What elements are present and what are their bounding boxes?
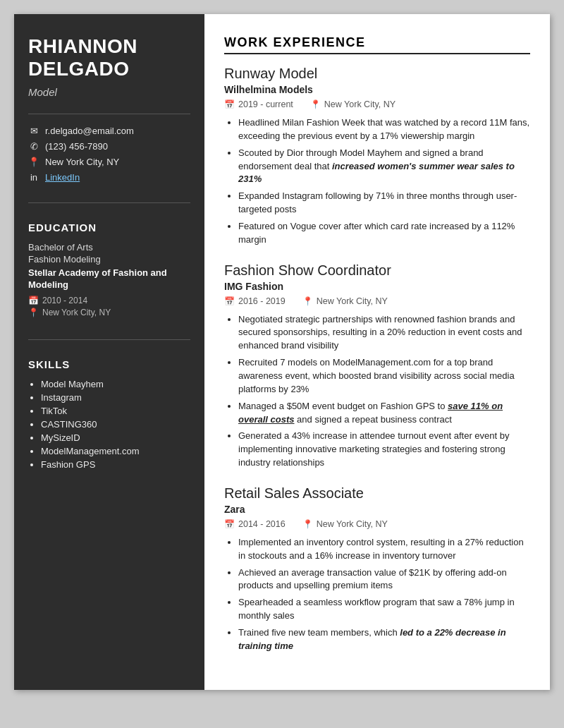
job-years: 📅2014 - 2016 (224, 519, 286, 529)
job-bullets: Negotiated strategic partnerships with r… (224, 313, 530, 470)
phone-icon: ✆ (28, 141, 39, 152)
job-bullets: Implemented an inventory control system,… (224, 536, 530, 653)
job-company: Zara (224, 504, 530, 515)
job-item: Retail Sales AssociateZara📅2014 - 2016📍N… (224, 485, 530, 653)
bullet-item: Featured on Vogue cover after which card… (238, 220, 530, 247)
bullet-item: Scouted by Dior through Model Mayhem and… (238, 147, 530, 187)
linkedin-item: in LinkedIn (28, 172, 190, 183)
contact-section: ✉ r.delgado@email.com ✆ (123) 456-7890 📍… (28, 114, 190, 183)
edu-location: 📍 New York City, NY (28, 308, 190, 317)
skills-list: Model MayhemInstagramTikTokCASTING360MyS… (28, 379, 190, 470)
edu-field: Fashion Modeling (28, 254, 190, 265)
edu-years: 📅 2010 - 2014 (28, 296, 190, 305)
pin-icon: 📍 (302, 519, 313, 529)
location-icon: 📍 (28, 157, 39, 167)
email-icon: ✉ (28, 126, 39, 136)
calendar-icon: 📅 (224, 519, 235, 529)
jobs-list: Runway ModelWilhelmina Models📅2019 - cur… (224, 66, 530, 653)
candidate-name: RHIANNONDELGADO (28, 35, 190, 80)
edu-calendar-icon: 📅 (28, 296, 39, 305)
skill-item: Instagram (41, 392, 190, 403)
skills-heading: SKILLS (28, 358, 190, 370)
bullet-item: Expanded Instagram following by 71% in t… (238, 190, 530, 217)
bullet-item: Spearheaded a seamless workflow program … (238, 596, 530, 623)
job-meta: 📅2016 - 2019📍New York City, NY (224, 296, 530, 306)
job-title: Retail Sales Associate (224, 485, 530, 502)
bullet-item: Generated a 43% increase in attendee tur… (238, 430, 530, 470)
job-company: Wilhelmina Models (224, 84, 530, 95)
calendar-icon: 📅 (224, 99, 235, 109)
job-item: Fashion Show CoordinatorIMG Fashion📅2016… (224, 262, 530, 470)
job-location: 📍New York City, NY (302, 519, 388, 529)
candidate-title: Model (28, 86, 190, 98)
skill-item: TikTok (41, 406, 190, 416)
bullet-item: Implemented an inventory control system,… (238, 536, 530, 563)
bullet-item: Managed a $50M event budget on Fashion G… (238, 400, 530, 427)
location-value: New York City, NY (45, 157, 119, 167)
edu-school: Stellar Academy of Fashion and Modeling (28, 267, 190, 291)
skill-item: CASTING360 (41, 419, 190, 430)
linkedin-icon: in (28, 172, 39, 183)
skill-item: MySizeID (41, 432, 190, 443)
calendar-icon: 📅 (224, 296, 235, 306)
skill-item: Model Mayhem (41, 379, 190, 389)
bullet-item: Negotiated strategic partnerships with r… (238, 313, 530, 353)
job-bullets: Headlined Milan Fashion Week that was wa… (224, 116, 530, 247)
job-years: 📅2016 - 2019 (224, 296, 286, 306)
pin-icon: 📍 (302, 296, 313, 306)
email-value: r.delgado@email.com (45, 126, 134, 136)
job-location: 📍New York City, NY (310, 99, 396, 109)
phone-item: ✆ (123) 456-7890 (28, 141, 190, 152)
linkedin-link[interactable]: LinkedIn (45, 172, 80, 183)
skills-section: SKILLS Model MayhemInstagramTikTokCASTIN… (28, 339, 190, 470)
skill-item: Fashion GPS (41, 459, 190, 470)
bullet-item: Achieved an average transaction value of… (238, 566, 530, 593)
bullet-item: Trained five new team members, which led… (238, 626, 530, 653)
location-item: 📍 New York City, NY (28, 157, 190, 167)
skill-item: ModelManagement.com (41, 446, 190, 456)
job-title: Runway Model (224, 66, 530, 82)
edu-degree: Bachelor of Arts (28, 242, 190, 253)
sidebar: RHIANNONDELGADO Model ✉ r.delgado@email.… (14, 14, 204, 690)
work-experience-heading: WORK EXPERIENCE (224, 35, 530, 54)
bullet-item: Recruited 7 models on ModelManagement.co… (238, 356, 530, 396)
pin-icon: 📍 (310, 99, 321, 109)
job-meta: 📅2019 - current📍New York City, NY (224, 99, 530, 109)
main-content: WORK EXPERIENCE Runway ModelWilhelmina M… (204, 14, 550, 690)
job-meta: 📅2014 - 2016📍New York City, NY (224, 519, 530, 529)
job-location: 📍New York City, NY (302, 296, 388, 306)
job-years: 📅2019 - current (224, 99, 293, 109)
job-title: Fashion Show Coordinator (224, 262, 530, 279)
job-company: IMG Fashion (224, 281, 530, 292)
bullet-item: Headlined Milan Fashion Week that was wa… (238, 116, 530, 143)
phone-value: (123) 456-7890 (45, 141, 108, 152)
education-section: EDUCATION Bachelor of Arts Fashion Model… (28, 202, 190, 320)
job-item: Runway ModelWilhelmina Models📅2019 - cur… (224, 66, 530, 247)
email-item: ✉ r.delgado@email.com (28, 126, 190, 136)
resume: RHIANNONDELGADO Model ✉ r.delgado@email.… (14, 14, 550, 690)
edu-location-icon: 📍 (28, 308, 39, 317)
education-heading: EDUCATION (28, 222, 190, 233)
